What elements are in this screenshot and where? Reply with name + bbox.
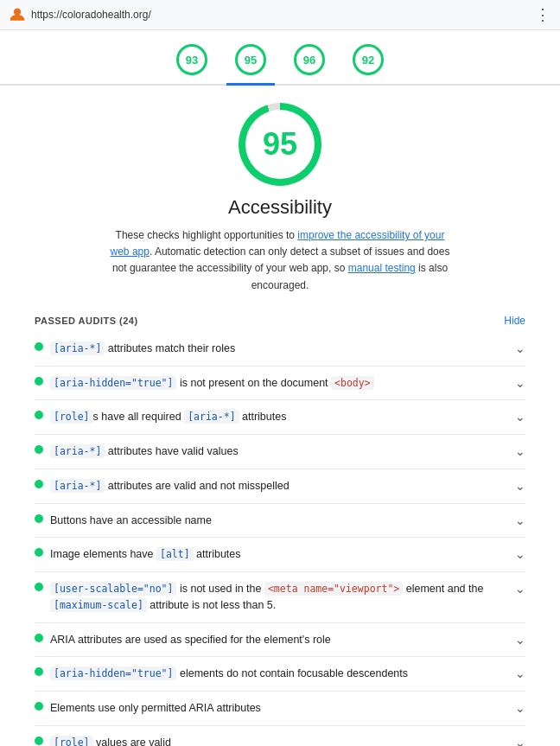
audit-item[interactable]: [aria-hidden="true"] elements do not con… [35,657,525,692]
url-bar: https://coloradohealth.org/ [9,6,151,23]
audit-item-left: [role] values are valid [35,735,510,746]
audit-item-text: [user-scalable="no"] is not used in the … [50,581,510,614]
best-practices-score-circle: 96 [294,44,325,75]
audit-item-text: [role]s have all required [aria-*] attri… [50,409,286,425]
audit-item-left: [aria-hidden="true"] elements do not con… [35,666,510,682]
score-summary: 95 Accessibility These checks highlight … [35,103,525,294]
chevron-down-icon: ⌄ [515,410,525,424]
audit-header: PASSED AUDITS (24) Hide [35,315,525,327]
tab-scores-row: 93 95 96 92 [0,30,560,86]
audit-item[interactable]: Image elements have [alt] attributes ⌄ [35,538,525,572]
audit-item[interactable]: [aria-*] attributes have valid values ⌄ [35,435,525,469]
audit-item-text: Image elements have [alt] attributes [50,546,241,563]
pass-dot [35,548,43,557]
chevron-down-icon: ⌄ [515,444,525,458]
score-title: Accessibility [228,196,332,219]
url-text: https://coloradohealth.org/ [31,9,151,21]
tab-accessibility[interactable]: 95 [226,39,275,84]
pass-dot [35,702,43,711]
audit-item-text: Elements use only permitted ARIA attribu… [50,700,261,717]
hide-button[interactable]: Hide [504,315,525,327]
audit-item[interactable]: [role]s have all required [aria-*] attri… [35,400,525,435]
pass-dot [35,342,43,351]
chevron-down-icon: ⌄ [515,376,525,390]
audit-item[interactable]: [aria-*] attributes are valid and not mi… [35,469,525,504]
audit-list: [aria-*] attributes match their roles ⌄ … [35,332,525,746]
tab-seo[interactable]: 92 [344,39,392,84]
pass-dot [35,667,43,676]
desc-text-before: These checks highlight opportunities to [116,229,298,241]
audit-item-text: [aria-*] attributes are valid and not mi… [50,478,290,494]
chevron-down-icon: ⌄ [515,736,525,746]
pass-dot [35,736,43,745]
audit-item-text: [aria-hidden="true"] elements do not con… [50,666,408,682]
audit-item[interactable]: ARIA attributes are used as specified fo… [35,623,525,658]
audit-item[interactable]: [role] values are valid ⌄ [35,726,525,746]
chevron-down-icon: ⌄ [515,341,525,355]
audit-item-left: [role]s have all required [aria-*] attri… [35,409,510,425]
audit-item[interactable]: Buttons have an accessible name ⌄ [35,504,525,539]
audit-item-text: Buttons have an accessible name [50,513,212,529]
pass-dot [35,480,43,488]
audit-item-text: [aria-*] attributes match their roles [50,341,235,357]
seo-score-circle: 92 [353,44,384,75]
audit-header-title: PASSED AUDITS (24) [35,316,138,326]
tab-best-practices[interactable]: 96 [285,39,334,84]
chevron-down-icon: ⌄ [515,666,525,680]
link-manual-testing[interactable]: manual testing [348,262,416,274]
audit-item[interactable]: [aria-hidden="true"] is not present on t… [35,367,525,401]
chevron-down-icon: ⌄ [515,547,525,561]
menu-icon[interactable]: ⋮ [535,5,551,24]
chevron-down-icon: ⌄ [515,633,525,647]
chevron-down-icon: ⌄ [515,513,525,527]
audit-item-left: Buttons have an accessible name [35,513,510,529]
chevron-down-icon: ⌄ [515,479,525,493]
audit-item-left: [aria-*] attributes are valid and not mi… [35,478,510,494]
main-content: 95 Accessibility These checks highlight … [0,86,560,746]
audit-item-left: [user-scalable="no"] is not used in the … [35,581,510,614]
audit-item-text: [aria-*] attributes have valid values [50,443,239,460]
audit-item-left: [aria-*] attributes match their roles [35,341,510,357]
audit-item-left: [aria-hidden="true"] is not present on t… [35,375,510,392]
performance-score-circle: 93 [176,44,207,75]
score-description: These checks highlight opportunities to … [107,227,453,294]
audit-item-left: Elements use only permitted ARIA attribu… [35,700,510,717]
top-bar: https://coloradohealth.org/ ⋮ [0,0,560,30]
audit-item[interactable]: [aria-*] attributes match their roles ⌄ [35,332,525,367]
chevron-down-icon: ⌄ [515,582,525,596]
audit-item[interactable]: [user-scalable="no"] is not used in the … [35,572,525,623]
pass-dot [35,377,43,386]
audit-item-text: [role] values are valid [50,735,171,746]
pass-dot [35,583,43,591]
accessibility-score-circle: 95 [235,44,266,75]
audit-item-left: Image elements have [alt] attributes [35,546,510,563]
pass-dot [35,445,43,454]
audit-section: PASSED AUDITS (24) Hide [aria-*] attribu… [35,315,525,746]
audit-item-text: [aria-hidden="true"] is not present on t… [50,375,374,392]
audit-item-left: [aria-*] attributes have valid values [35,443,510,460]
score-arc: 95 [239,103,321,186]
audit-item[interactable]: Elements use only permitted ARIA attribu… [35,692,525,726]
pass-dot [35,514,43,523]
pass-dot [35,411,43,419]
tab-performance[interactable]: 93 [168,39,216,84]
score-value: 95 [245,110,315,179]
chevron-down-icon: ⌄ [515,701,525,715]
svg-point-0 [14,9,21,16]
audit-item-left: ARIA attributes are used as specified fo… [35,632,510,648]
user-icon [9,6,26,23]
pass-dot [35,634,43,642]
audit-item-text: ARIA attributes are used as specified fo… [50,632,331,648]
